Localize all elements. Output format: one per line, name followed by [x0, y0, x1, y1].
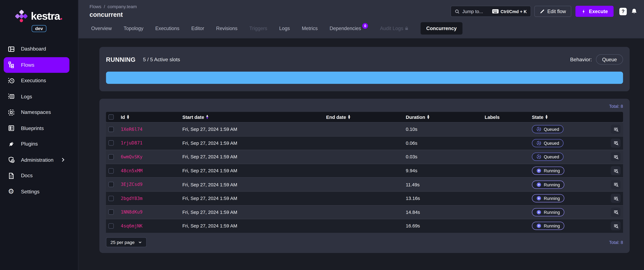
- select-all-checkbox[interactable]: [108, 114, 114, 120]
- sort-arrows-icon[interactable]: ▲▼: [348, 115, 350, 119]
- breadcrumb-separator: /: [104, 4, 105, 9]
- tab-executions[interactable]: Executions: [155, 26, 179, 31]
- sort-arrows-icon[interactable]: ▲▼: [206, 115, 208, 119]
- concurrency-panel-header: RUNNING 5 / 5 Active slots Behavior: Que…: [106, 54, 623, 64]
- sidebar-item-plugins[interactable]: Plugins: [4, 136, 69, 152]
- edit-flow-button[interactable]: Edit flow: [534, 6, 571, 17]
- view-logs-button[interactable]: [611, 125, 621, 134]
- sidebar-item-label: Docs: [21, 173, 69, 179]
- running-state-icon: [536, 168, 541, 173]
- column-label: Start date: [182, 114, 204, 119]
- queued-state-icon: [536, 141, 541, 146]
- row-select-cell: [106, 178, 121, 191]
- sort-arrows-icon[interactable]: ▲▼: [127, 115, 129, 119]
- view-logs-button[interactable]: [611, 139, 621, 148]
- row-actions-cell: [608, 150, 623, 164]
- row-checkbox[interactable]: [108, 154, 114, 160]
- column-header-state[interactable]: State▲▼: [532, 112, 608, 122]
- sidebar-item-executions[interactable]: Executions: [4, 73, 69, 89]
- help-button[interactable]: ?: [620, 8, 627, 15]
- behavior-value-pill[interactable]: Queue: [596, 54, 623, 64]
- state-cell: Running: [532, 164, 608, 177]
- state-cell: Running: [532, 219, 608, 233]
- row-select-cell: [106, 150, 121, 164]
- state-cell: Running: [532, 206, 608, 219]
- view-logs-button[interactable]: [611, 194, 621, 203]
- duration-cell: 0.03s: [406, 150, 485, 164]
- sidebar-item-dashboard[interactable]: Dashboard: [4, 41, 69, 57]
- kestra-logo[interactable]: kestra.: [16, 10, 62, 22]
- row-select-cell: [106, 137, 121, 150]
- execution-id-link[interactable]: 6wmQvSKy: [121, 154, 142, 160]
- row-checkbox[interactable]: [108, 141, 114, 146]
- column-header-end-date[interactable]: End date▲▼: [326, 112, 406, 122]
- behavior-block: Behavior: Queue: [570, 54, 623, 64]
- view-logs-button[interactable]: [611, 208, 621, 217]
- breadcrumb-namespace[interactable]: company.team: [108, 4, 137, 9]
- sort-arrows-icon[interactable]: ▲▼: [427, 115, 429, 119]
- per-page-select[interactable]: 25 per page: [106, 237, 146, 247]
- start-date-cell: Fri, Sep 27, 2024 1:59 AM: [182, 219, 326, 233]
- sidebar-item-flows[interactable]: Flows: [4, 57, 69, 73]
- sidebar-item-namespaces[interactable]: Namespaces: [4, 104, 69, 120]
- row-checkbox[interactable]: [108, 182, 114, 187]
- dashboard-icon: [7, 45, 15, 53]
- table-body: 1XeR6l74Fri, Sep 27, 2024 1:59 AM0.10sQu…: [106, 122, 623, 233]
- execution-id-link[interactable]: 1NN8dKu9: [121, 210, 142, 215]
- view-logs-button[interactable]: [611, 221, 621, 231]
- execution-id-link[interactable]: 3EjZCsd9: [121, 182, 142, 187]
- sidebar-logo-block: kestra. dev: [0, 0, 78, 32]
- column-header-start-date[interactable]: Start date▲▼: [182, 112, 326, 122]
- table-header-row: Id▲▼Start date▲▼End date▲▼Duration▲▼Labe…: [106, 112, 623, 122]
- row-select-cell: [106, 122, 121, 136]
- running-state-icon: [536, 210, 541, 215]
- view-logs-button[interactable]: [611, 180, 621, 189]
- execution-id-link[interactable]: 48cn5xMM: [121, 168, 142, 173]
- tab-topology[interactable]: Topology: [124, 26, 144, 31]
- row-checkbox[interactable]: [108, 126, 114, 132]
- row-checkbox[interactable]: [108, 168, 114, 173]
- row-checkbox[interactable]: [108, 196, 114, 201]
- execution-id-cell: 6wmQvSKy: [121, 150, 182, 164]
- tab-dependencies[interactable]: Dependencies0: [330, 26, 368, 31]
- breadcrumb-flows[interactable]: Flows: [90, 4, 102, 9]
- row-select-cell: [106, 164, 121, 177]
- execution-id-link[interactable]: 1XeR6l74: [121, 126, 142, 132]
- tab-concurrency[interactable]: Concurrency: [420, 22, 462, 35]
- concurrency-state-label: RUNNING: [106, 56, 136, 63]
- execution-id-link[interactable]: 1rjuD871: [121, 141, 142, 146]
- sidebar-item-blueprints[interactable]: Blueprints: [4, 120, 69, 136]
- tab-editor[interactable]: Editor: [191, 26, 204, 31]
- tab-revisions[interactable]: Revisions: [216, 26, 238, 31]
- sidebar-item-logs[interactable]: Logs: [4, 89, 69, 104]
- table-row: 48cn5xMMFri, Sep 27, 2024 1:59 AM9.94sRu…: [106, 164, 623, 177]
- row-checkbox[interactable]: [108, 223, 114, 229]
- notifications-bell-icon[interactable]: [631, 8, 638, 15]
- execute-button[interactable]: Execute: [575, 6, 614, 17]
- sidebar-item-docs[interactable]: Docs: [4, 168, 69, 184]
- view-logs-button[interactable]: [611, 153, 621, 162]
- jump-to-search[interactable]: Jump to... Ctrl/Cmd + K: [450, 6, 531, 17]
- table-total-bottom: Total: 8: [609, 240, 623, 245]
- sidebar-item-label: Plugins: [21, 141, 69, 147]
- docs-icon: [7, 172, 15, 180]
- column-header-id[interactable]: Id▲▼: [121, 112, 182, 122]
- execution-id-link[interactable]: 4sq6mjNK: [121, 223, 142, 229]
- execution-id-link[interactable]: 2bgdY83m: [121, 196, 142, 201]
- view-logs-button[interactable]: [611, 166, 621, 175]
- sort-arrows-icon[interactable]: ▲▼: [546, 115, 548, 119]
- column-header-duration[interactable]: Duration▲▼: [406, 112, 485, 122]
- execution-id-cell: 1NN8dKu9: [121, 206, 182, 219]
- sidebar-item-administration[interactable]: Administration: [4, 152, 69, 168]
- sidebar-item-settings[interactable]: ⚙Settings: [4, 184, 69, 199]
- state-cell: Running: [532, 178, 608, 191]
- chevron-down-icon: [138, 240, 142, 244]
- tab-logs[interactable]: Logs: [279, 26, 290, 31]
- duration-cell: 0.10s: [406, 122, 485, 136]
- keyboard-shortcut: Ctrl/Cmd + K: [492, 9, 527, 14]
- tab-overview[interactable]: Overview: [91, 26, 112, 31]
- tab-metrics[interactable]: Metrics: [302, 26, 318, 31]
- sidebar-item-label: Dashboard: [21, 46, 69, 52]
- row-checkbox[interactable]: [108, 210, 114, 215]
- executions-icon: [7, 77, 15, 84]
